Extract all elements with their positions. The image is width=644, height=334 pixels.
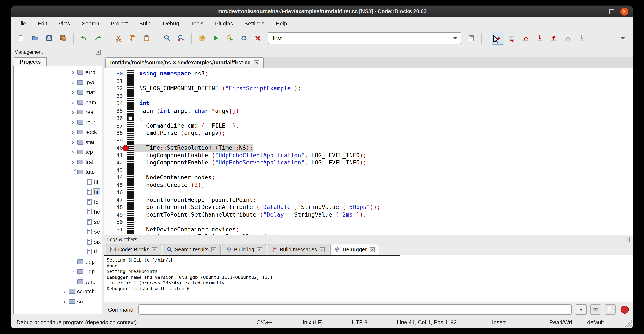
- command-history-dropdown[interactable]: [575, 304, 587, 314]
- tree-item-real[interactable]: ›real: [14, 107, 102, 117]
- rebuild-button[interactable]: [238, 32, 250, 45]
- build-target-combo[interactable]: first: [268, 32, 461, 44]
- debug-continue-button[interactable]: [492, 32, 504, 45]
- paste-button[interactable]: [140, 32, 153, 45]
- tree-item-se[interactable]: se: [14, 227, 102, 237]
- menu-item-settings[interactable]: Settings: [244, 20, 264, 27]
- close-icon[interactable]: ×: [211, 247, 216, 252]
- breakpoint-margin[interactable]: [127, 233, 134, 235]
- tree-item-ipv6[interactable]: ›ipv6: [14, 77, 102, 87]
- breakpoint-margin[interactable]: [127, 144, 134, 152]
- next-instruction-button[interactable]: [562, 32, 574, 45]
- logs-tab-debugger[interactable]: Debugger×: [330, 244, 379, 255]
- tree-item-six[interactable]: six: [14, 237, 102, 247]
- chevron-down-icon[interactable]: ›: [72, 169, 78, 175]
- menu-item-build[interactable]: Build: [139, 20, 152, 27]
- chevron-right-icon[interactable]: ›: [72, 139, 78, 145]
- toolbar-overflow-button[interactable]: [616, 32, 629, 45]
- close-logs-icon[interactable]: ×: [624, 237, 630, 242]
- code-editor[interactable]: 30using namespace ns3;3132NS_LOG_COMPONE…: [104, 68, 632, 235]
- build-button[interactable]: [196, 32, 208, 45]
- tree-item-nam[interactable]: ›nam: [14, 97, 102, 107]
- breakpoint-margin[interactable]: [127, 181, 134, 189]
- chevron-right-icon[interactable]: ›: [72, 70, 78, 75]
- tab-projects[interactable]: Projects: [14, 57, 47, 66]
- breakpoint-margin[interactable]: [127, 203, 134, 211]
- breakpoint-margin[interactable]: [127, 196, 134, 203]
- tree-item-th[interactable]: th: [14, 247, 102, 257]
- attach-button[interactable]: [590, 304, 601, 314]
- stop-debugger-icon[interactable]: [621, 305, 629, 313]
- chevron-right-icon[interactable]: ›: [72, 80, 78, 85]
- tree-item-src[interactable]: ›src: [14, 296, 102, 306]
- menu-item-tools[interactable]: Tools: [190, 20, 204, 27]
- tree-item-rout[interactable]: ›rout: [14, 117, 102, 127]
- tree-item-se[interactable]: se: [14, 217, 102, 227]
- tree-item-tcp[interactable]: ›tcp: [14, 147, 102, 157]
- step-into-instruction-button[interactable]: [576, 32, 588, 45]
- chevron-right-icon[interactable]: ›: [64, 299, 69, 304]
- copy-button[interactable]: [126, 32, 139, 45]
- logs-tab-code-blocks[interactable]: Code::Blocks×: [106, 244, 161, 255]
- chevron-right-icon[interactable]: ›: [72, 120, 78, 125]
- tree-item-fo[interactable]: fo: [14, 197, 102, 207]
- save-button[interactable]: [43, 32, 56, 45]
- tree-item-wire[interactable]: ›wire: [14, 276, 102, 286]
- tree-item-fif[interactable]: fif: [14, 177, 102, 187]
- breakpoint-margin[interactable]: [127, 137, 134, 144]
- breakpoint-margin[interactable]: [127, 152, 134, 159]
- new-file-button[interactable]: [15, 32, 28, 45]
- close-tab-icon[interactable]: ×: [254, 60, 259, 65]
- run-to-cursor-button[interactable]: [506, 32, 518, 45]
- tree-item-erro[interactable]: ›erro: [14, 67, 102, 77]
- fold-marker-icon[interactable]: [128, 116, 132, 120]
- breakpoint-margin[interactable]: [127, 70, 134, 77]
- breakpoint-margin[interactable]: [127, 114, 134, 122]
- breakpoint-margin[interactable]: [127, 211, 134, 218]
- chevron-right-icon[interactable]: ›: [72, 159, 78, 165]
- tree-item-trafl[interactable]: ›trafl: [14, 157, 102, 167]
- breakpoint-margin[interactable]: [127, 122, 134, 129]
- logs-tab-build-log[interactable]: Build log×: [222, 244, 266, 255]
- close-icon[interactable]: ×: [320, 247, 325, 252]
- menu-item-view[interactable]: View: [59, 20, 70, 27]
- close-icon[interactable]: ×: [257, 247, 262, 252]
- maximize-icon[interactable]: [609, 9, 614, 14]
- chevron-right-icon[interactable]: ›: [72, 279, 78, 284]
- editor-tab[interactable]: mnt/dev/tools/source/ns-3-dev/examples/t…: [106, 57, 264, 68]
- chevron-right-icon[interactable]: ›: [72, 90, 78, 95]
- menu-item-debug[interactable]: Debug: [163, 20, 179, 27]
- step-out-button[interactable]: [548, 32, 560, 45]
- tree-item-udp-[interactable]: ›udp-: [14, 267, 102, 276]
- undo-button[interactable]: [78, 32, 90, 45]
- tree-item-he[interactable]: he: [14, 207, 102, 217]
- tree-item-udp[interactable]: ›udp: [14, 257, 102, 267]
- breakpoint-margin[interactable]: [127, 218, 134, 226]
- menu-item-search[interactable]: Search: [82, 20, 99, 27]
- chevron-right-icon[interactable]: ›: [64, 289, 69, 294]
- breakpoint-margin[interactable]: [127, 166, 134, 174]
- tree-item-mat[interactable]: ›mat: [14, 87, 102, 97]
- breakpoint-margin[interactable]: [127, 189, 134, 196]
- chevron-right-icon[interactable]: ›: [72, 149, 78, 155]
- copy-log-button[interactable]: [604, 304, 616, 314]
- resize-grip[interactable]: [624, 319, 632, 327]
- command-input[interactable]: [138, 304, 572, 314]
- next-line-button[interactable]: [520, 32, 532, 45]
- breakpoint-margin[interactable]: [127, 85, 134, 92]
- breakpoint-margin[interactable]: [127, 100, 134, 107]
- chevron-right-icon[interactable]: ›: [72, 110, 78, 115]
- minimize-icon[interactable]: –: [600, 9, 603, 15]
- tree-item-fir[interactable]: fir: [14, 187, 102, 197]
- chevron-right-icon[interactable]: ›: [72, 130, 78, 135]
- breakpoint-margin[interactable]: [127, 77, 134, 85]
- find-button[interactable]: [161, 32, 174, 45]
- breakpoint-margin[interactable]: [127, 92, 134, 100]
- redo-button[interactable]: [92, 32, 104, 45]
- breakpoint-margin[interactable]: [127, 159, 134, 166]
- menu-item-plugins[interactable]: Plugins: [215, 20, 233, 27]
- replace-button[interactable]: [175, 32, 188, 45]
- open-file-button[interactable]: [29, 32, 42, 45]
- menu-item-project[interactable]: Project: [111, 20, 128, 27]
- build-and-run-button[interactable]: [224, 32, 236, 45]
